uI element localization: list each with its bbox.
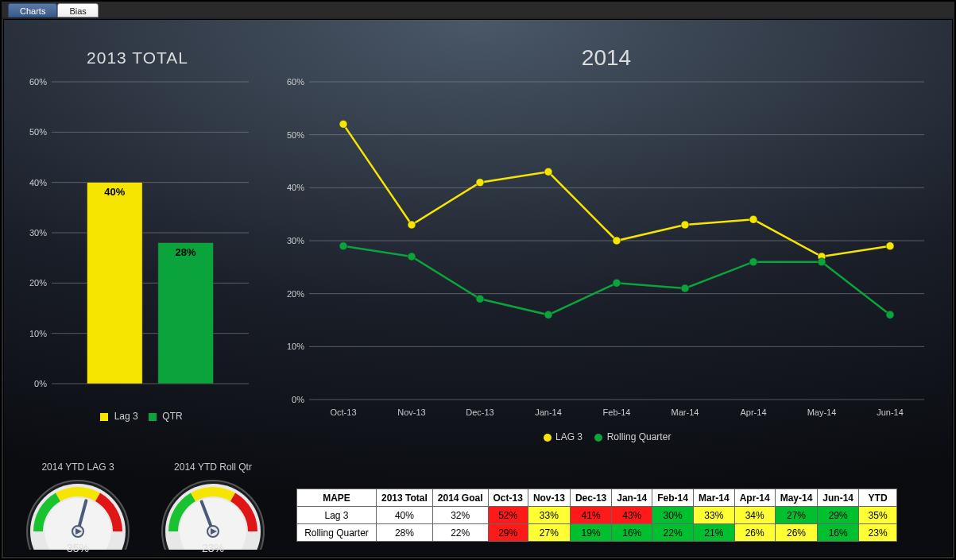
svg-text:20%: 20% (29, 278, 47, 288)
table-header: 2013 Total (377, 489, 433, 507)
table-cell: 29% (488, 524, 528, 542)
line-chart-legend: LAG 3 Rolling Quarter (273, 431, 940, 442)
svg-point-55 (681, 284, 689, 292)
svg-point-58 (886, 311, 894, 319)
table-header: MAPE (297, 489, 377, 507)
tab-bias[interactable]: Bias (57, 3, 98, 17)
line-chart-svg: 0%10%20%30%40%50%60%Oct-13Nov-13Dec-13Ja… (273, 74, 940, 423)
svg-text:Jan-14: Jan-14 (535, 407, 562, 417)
table-header: Apr-14 (734, 489, 775, 507)
legend-label-rq-line: Rolling Quarter (607, 431, 672, 442)
bar-chart-svg: 0%10%20%30%40%50%60%40%28% (18, 74, 257, 407)
table-cell: 22% (652, 524, 694, 542)
table-header: 2014 Goal (432, 489, 488, 507)
svg-text:60%: 60% (287, 77, 304, 87)
svg-text:0%: 0% (34, 379, 47, 388)
svg-point-49 (886, 242, 894, 250)
svg-point-50 (339, 242, 347, 250)
table-row: Lag 340%32%52%33%41%43%30%33%34%27%29%35… (297, 507, 897, 524)
table-cell: 34% (734, 507, 775, 524)
legend-label-lag3: Lag 3 (114, 411, 138, 422)
table-cell: 33% (528, 507, 570, 524)
line-chart-title: 2014 (273, 45, 940, 71)
table-header: Mar-14 (693, 489, 734, 507)
table-cell: 32% (432, 507, 488, 524)
table-cell: 52% (488, 507, 528, 524)
table-row-label: Lag 3 (297, 507, 377, 524)
app-frame: Charts Bias 2013 TOTAL 0%10%20%30%40%50%… (0, 0, 956, 560)
gauge-row: 2014 YTD LAG 3 35% 2014 YTD Roll Qtr 23% (18, 462, 273, 560)
svg-point-59 (544, 434, 552, 442)
svg-point-47 (749, 215, 757, 223)
table-cell: 19% (570, 524, 611, 542)
mape-table: MAPE2013 Total2014 GoalOct-13Nov-13Dec-1… (296, 489, 897, 542)
table-header: YTD (859, 489, 897, 507)
gauge-rq-svg (157, 474, 269, 550)
table-cell: 28% (377, 524, 433, 542)
table-cell: 27% (775, 507, 818, 524)
bar-chart-title: 2013 TOTAL (18, 48, 257, 68)
gauge-rq: 2014 YTD Roll Qtr 23% (153, 462, 273, 560)
table-row: Rolling Quarter28%22%29%27%19%16%22%21%2… (297, 524, 897, 542)
table-cell: 29% (818, 507, 859, 524)
legend-marker-lag3-icon (542, 433, 553, 442)
svg-text:Nov-13: Nov-13 (397, 407, 425, 417)
bar-chart-2013-total: 2013 TOTAL 0%10%20%30%40%50%60%40%28% La… (18, 48, 257, 454)
table-row-label: Rolling Quarter (297, 524, 377, 542)
gauge-lag3-svg (22, 474, 134, 550)
tab-charts[interactable]: Charts (8, 3, 57, 17)
svg-text:28%: 28% (176, 246, 196, 258)
svg-point-42 (408, 221, 416, 229)
gauge-lag3-label: 2014 YTD LAG 3 (18, 462, 137, 473)
table-cell: 33% (693, 507, 734, 524)
dashboard-content: 2013 TOTAL 0%10%20%30%40%50%60%40%28% La… (3, 19, 953, 557)
svg-text:0%: 0% (292, 395, 304, 404)
svg-text:40%: 40% (29, 178, 47, 187)
svg-text:Jun-14: Jun-14 (877, 407, 904, 417)
svg-point-46 (681, 221, 689, 229)
svg-point-44 (544, 168, 552, 176)
table-cell: 43% (612, 507, 652, 524)
svg-text:Mar-14: Mar-14 (672, 407, 699, 417)
table-cell: 16% (612, 524, 652, 542)
table-header: Feb-14 (652, 489, 694, 507)
table-cell: 27% (528, 524, 570, 542)
bar-chart-legend: Lag 3 QTR (18, 411, 257, 422)
svg-text:50%: 50% (29, 127, 47, 137)
gauge-lag3: 2014 YTD LAG 3 35% (18, 462, 137, 560)
table-cell: 41% (570, 507, 611, 524)
table-header: Jun-14 (818, 489, 859, 507)
legend-label-lag3-line: LAG 3 (555, 431, 583, 442)
svg-point-53 (544, 311, 552, 319)
svg-text:40%: 40% (104, 186, 125, 198)
table-cell: 22% (432, 524, 488, 542)
table-cell: 16% (818, 524, 859, 542)
tab-bar: Charts Bias (2, 2, 954, 19)
legend-label-qtr: QTR (162, 411, 182, 422)
svg-text:40%: 40% (287, 183, 304, 192)
svg-text:30%: 30% (287, 236, 304, 245)
svg-text:30%: 30% (29, 228, 47, 238)
table-cell: 23% (859, 524, 897, 542)
table-header: May-14 (775, 489, 818, 507)
svg-point-52 (476, 295, 484, 303)
table-cell: 30% (652, 507, 694, 524)
svg-point-60 (594, 434, 602, 442)
table-cell: 26% (775, 524, 818, 542)
svg-text:Oct-13: Oct-13 (330, 407, 356, 417)
table-cell: 40% (377, 507, 433, 524)
svg-point-45 (613, 237, 621, 245)
svg-point-56 (749, 258, 757, 266)
table-cell: 35% (859, 507, 897, 524)
svg-text:10%: 10% (29, 329, 47, 338)
svg-point-51 (408, 253, 416, 261)
svg-text:Dec-13: Dec-13 (466, 407, 493, 417)
svg-rect-14 (87, 183, 142, 384)
svg-point-43 (476, 179, 484, 187)
svg-text:50%: 50% (287, 130, 304, 140)
svg-point-54 (613, 279, 621, 287)
line-chart-2014: 2014 0%10%20%30%40%50%60%Oct-13Nov-13Dec… (273, 45, 940, 458)
svg-point-41 (339, 120, 347, 128)
table-header: Nov-13 (528, 489, 570, 507)
svg-rect-16 (158, 243, 213, 384)
